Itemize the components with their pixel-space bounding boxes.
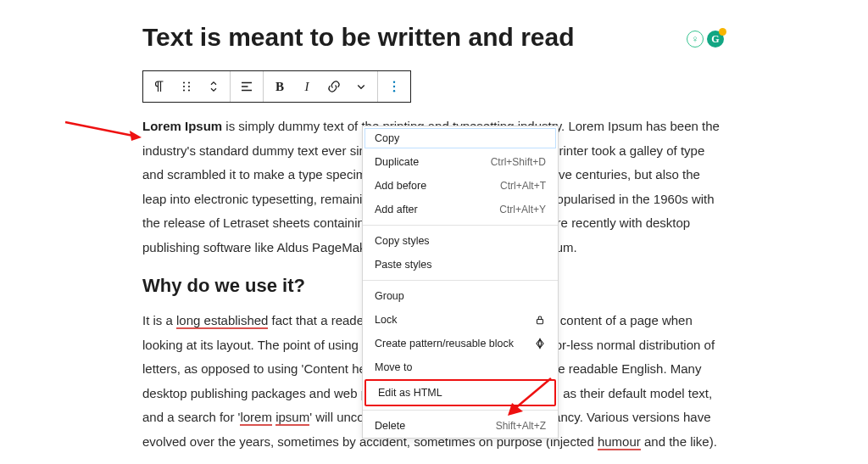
svg-point-3 [188,81,190,83]
menu-duplicate[interactable]: Duplicate Ctrl+Shift+D [363,150,558,174]
link-icon[interactable] [323,71,345,102]
svg-point-7 [393,86,395,87]
spellcheck-underline: humour [598,434,641,450]
menu-add-after[interactable]: Add after Ctrl+Alt+Y [363,198,558,221]
plugin-badges: ♀ G [687,31,724,48]
bold-button[interactable]: B [269,71,291,102]
menu-paste-styles[interactable]: Paste styles [363,253,558,277]
svg-rect-9 [537,319,543,323]
menu-copy-styles[interactable]: Copy styles [363,229,558,253]
svg-point-5 [188,89,190,91]
menu-lock[interactable]: Lock [363,308,558,332]
annotation-arrow [64,117,144,146]
shortcut-text: Ctrl+Alt+Y [499,204,546,215]
annotation-arrow [504,373,555,423]
shortcut-text: Ctrl+Shift+D [491,156,546,168]
svg-line-10 [65,122,133,136]
menu-create-pattern[interactable]: Create pattern/reusable block [363,332,558,355]
menu-add-before[interactable]: Add before Ctrl+Alt+T [363,174,558,198]
yoast-icon[interactable]: ♀ [687,31,704,48]
shortcut-text: Ctrl+Alt+T [500,180,546,192]
svg-marker-11 [130,131,142,141]
move-updown-icon[interactable] [203,71,225,102]
italic-button[interactable]: I [296,71,318,102]
menu-group[interactable]: Group [363,284,558,308]
menu-copy[interactable]: Copy [363,126,558,150]
spellcheck-underline: long established [176,313,268,329]
spellcheck-underline: ipsum [275,410,309,426]
bold-text: Lorem Ipsum [142,119,222,133]
lock-icon [534,314,546,326]
paragraph-icon[interactable] [148,71,170,102]
chevron-down-icon[interactable] [350,71,372,102]
svg-point-0 [183,81,185,83]
svg-point-4 [188,86,190,87]
svg-point-1 [183,86,185,87]
spellcheck-underline: lorem [240,410,272,426]
block-toolbar: B I [142,70,411,103]
align-icon[interactable] [236,71,258,102]
grammarly-icon[interactable]: G [707,31,724,48]
svg-point-2 [183,89,185,91]
svg-line-12 [515,378,551,409]
svg-point-8 [393,90,395,92]
drag-handle-icon[interactable] [175,71,198,102]
page-title: Text is meant to be written and read [142,20,724,53]
diamond-icon [534,338,546,349]
more-options-icon[interactable] [383,71,405,102]
svg-point-6 [393,81,395,83]
